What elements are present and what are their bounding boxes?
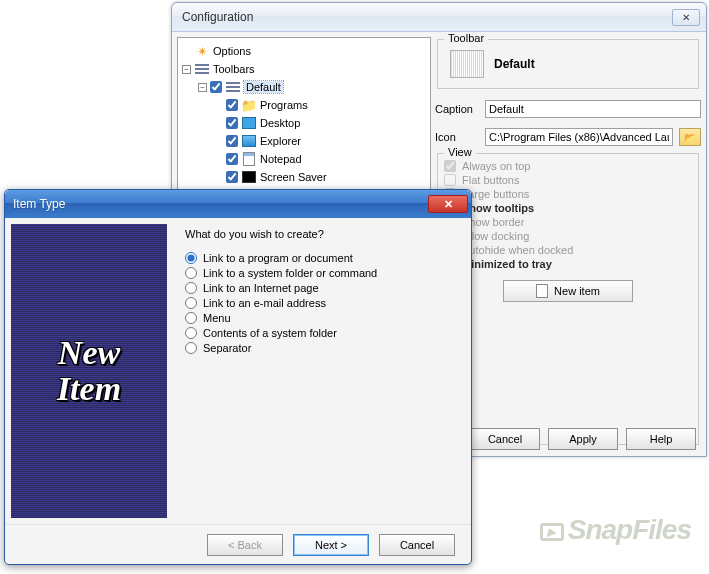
tree-label-default: Default [244,81,283,93]
tree-node-screensaver[interactable]: Screen Saver [212,168,428,186]
toolbar-properties-panel: Toolbar Default Caption Icon 📂 View Alwa… [435,37,701,451]
play-icon [540,523,564,541]
view-large-buttons[interactable]: Large buttons [444,188,692,200]
tree-node-desktop[interactable]: Desktop [212,114,428,132]
tree-spacer [182,47,191,56]
folder-open-icon: 📂 [684,132,696,143]
toolbar-groupbox: Toolbar Default [437,39,699,89]
radio-link-internet-input[interactable] [185,282,197,294]
tree-node-toolbars[interactable]: − Toolbars [180,60,428,78]
view-show-border[interactable]: Show border [444,216,692,228]
wizard-question: What do you wish to create? [185,228,459,240]
radio-link-program-input[interactable] [185,252,197,264]
icon-path-input[interactable] [485,128,673,146]
check-flat-buttons[interactable] [444,174,456,186]
config-title: Configuration [178,10,670,24]
radio-contents[interactable]: Contents of a system folder [185,327,459,339]
wizard-cancel-button[interactable]: Cancel [379,534,455,556]
toolbar-preview: Default [444,46,692,82]
tree-node-programs[interactable]: 📁 Programs [212,96,428,114]
cancel-button[interactable]: Cancel [470,428,540,450]
close-icon: ✕ [444,198,453,211]
tree-label-toolbars: Toolbars [213,63,255,75]
caption-input[interactable] [485,100,701,118]
view-show-tooltips[interactable]: Show tooltips [444,202,692,214]
explorer-icon [241,133,257,149]
icon-label: Icon [435,131,479,143]
view-allow-docking[interactable]: Allow docking [444,230,692,242]
radio-menu[interactable]: Menu [185,312,459,324]
check-default[interactable] [210,81,222,93]
wizard-sidebar: New Item [11,224,167,518]
tree-label-notepad: Notepad [260,153,302,165]
wizard-titlebar[interactable]: Item Type ✕ [5,190,471,218]
view-autohide[interactable]: Autohide when docked [444,244,692,256]
wizard-footer: < Back Next > Cancel [5,524,471,564]
view-flat-buttons[interactable]: Flat buttons [444,174,692,186]
toolbar-preview-name: Default [494,57,535,71]
desktop-icon [241,115,257,131]
wizard-body: New Item What do you wish to create? Lin… [5,218,471,524]
radio-link-email[interactable]: Link to an e-mail address [185,297,459,309]
radio-link-internet[interactable]: Link to an Internet page [185,282,459,294]
folder-icon: 📁 [241,97,257,113]
toolbars-icon [194,61,210,77]
radio-menu-input[interactable] [185,312,197,324]
check-always-on-top[interactable] [444,160,456,172]
wizard-sidebar-text: New Item [57,335,121,406]
radio-separator[interactable]: Separator [185,342,459,354]
item-type-dialog: Item Type ✕ New Item What do you wish to… [4,189,472,565]
tree-label-explorer: Explorer [260,135,301,147]
watermark: SnapFiles [540,514,691,546]
document-icon [536,284,548,298]
radio-separator-input[interactable] [185,342,197,354]
tree-label-options: Options [213,45,251,57]
icon-row: Icon 📂 [435,128,701,146]
tree-label-programs: Programs [260,99,308,111]
wizard-form: What do you wish to create? Link to a pr… [173,218,471,524]
tree-label-screensaver: Screen Saver [260,171,327,183]
tree-collapse-default[interactable]: − [198,83,207,92]
config-titlebar[interactable]: Configuration ✕ [172,3,706,32]
close-glyph: ✕ [682,12,690,23]
notepad-icon [241,151,257,167]
wizard-close-button[interactable]: ✕ [428,195,468,213]
view-minimized-tray[interactable]: Minimized to tray [444,258,692,270]
check-desktop[interactable] [226,117,238,129]
check-screensaver[interactable] [226,171,238,183]
close-button[interactable]: ✕ [672,9,700,26]
new-item-button[interactable]: New item [503,280,633,302]
toolbar-group-label: Toolbar [444,32,488,44]
radio-link-sysfolder-input[interactable] [185,267,197,279]
help-button[interactable]: Help [626,428,696,450]
view-options-list: Always on top Flat buttons Large buttons… [444,160,692,270]
check-explorer[interactable] [226,135,238,147]
view-group-label: View [444,146,476,158]
tree-node-options[interactable]: ✴ Options [180,42,428,60]
caption-row: Caption [435,100,701,118]
tree-node-explorer[interactable]: Explorer [212,132,428,150]
wizard-title: Item Type [13,197,428,211]
tree-node-notepad[interactable]: Notepad [212,150,428,168]
back-button[interactable]: < Back [207,534,283,556]
radio-link-program[interactable]: Link to a program or document [185,252,459,264]
check-notepad[interactable] [226,153,238,165]
browse-icon-button[interactable]: 📂 [679,128,701,146]
screensaver-icon [241,169,257,185]
config-button-bar: Cancel Apply Help [470,428,696,450]
gear-icon: ✴ [194,43,210,59]
radio-link-sysfolder[interactable]: Link to a system folder or command [185,267,459,279]
radio-contents-input[interactable] [185,327,197,339]
toolbar-icon [225,79,241,95]
tree-collapse-toolbars[interactable]: − [182,65,191,74]
tree-label-desktop: Desktop [260,117,300,129]
radio-link-email-input[interactable] [185,297,197,309]
next-button[interactable]: Next > [293,534,369,556]
tree-node-default[interactable]: − Default [196,78,428,96]
view-groupbox: View Always on top Flat buttons Large bu… [437,153,699,445]
view-always-on-top[interactable]: Always on top [444,160,692,172]
caption-label: Caption [435,103,479,115]
toolbar-preview-icon [450,50,484,78]
apply-button[interactable]: Apply [548,428,618,450]
check-programs[interactable] [226,99,238,111]
